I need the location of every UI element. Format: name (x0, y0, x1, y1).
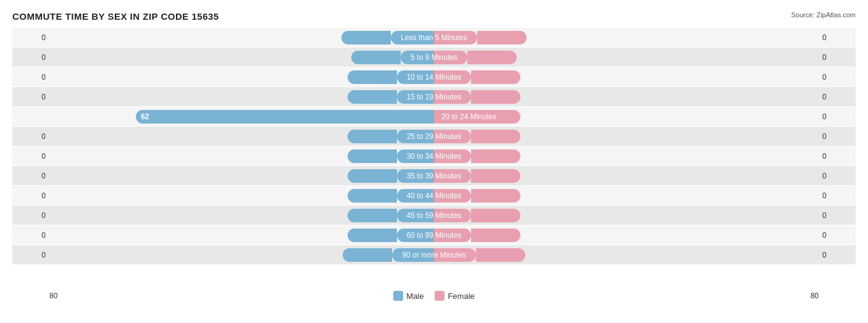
female-bar-35-to-39 (471, 169, 520, 183)
left-half-10-to-14 (49, 67, 397, 86)
female-bar-40-to-44 (471, 189, 520, 203)
right-half-90-or-more (476, 245, 819, 264)
right-half-5-to-9 (467, 48, 819, 67)
pill-10-to-14: 10 to 14 Minutes (397, 70, 472, 84)
left-half-40-to-44 (49, 186, 397, 205)
left-value-5-to-9: 0 (12, 53, 49, 62)
left-half-45-to-59 (49, 206, 397, 225)
pill-label-5-to-9: 5 to 9 Minutes (411, 53, 457, 62)
chart-area: 0 Less than 5 Minutes 0 0 (12, 28, 856, 287)
left-half-20-to-24: 62 (49, 107, 434, 126)
left-value-15-to-19: 0 (12, 93, 49, 101)
chart-row-35-to-39: 0 35 to 39 Minutes 0 (12, 166, 856, 185)
pill-label-45-to-59: 45 to 59 Minutes (407, 211, 462, 220)
right-value-60-to-89: 0 (819, 231, 856, 240)
left-half-25-to-29 (49, 127, 397, 146)
center-label-25-to-29: 25 to 29 Minutes (397, 130, 472, 143)
pill-label-10-to-14: 10 to 14 Minutes (407, 73, 462, 82)
left-half-5-to-9 (49, 48, 401, 67)
right-value-5-to-9: 0 (819, 53, 856, 62)
row-inner-20-to-24: 62 20 to 24 Minutes 0 (12, 107, 856, 126)
chart-row-5-to-9: 0 5 to 9 Minutes 0 (12, 48, 856, 67)
center-label-35-to-39: 35 to 39 Minutes (397, 169, 472, 183)
female-bar-30-to-34 (471, 149, 520, 163)
right-half-less-than-5 (477, 28, 819, 47)
female-bar-90-or-more (476, 248, 525, 262)
chart-row-25-to-29: 0 25 to 29 Minutes 0 (12, 127, 856, 146)
male-bar-25-to-29 (348, 130, 397, 143)
pill-label-less-than-5: Less than 5 Minutes (401, 33, 467, 42)
female-bar-45-to-59 (471, 209, 520, 222)
left-half-less-than-5 (49, 28, 391, 47)
row-inner-45-to-59: 0 45 to 59 Minutes 0 (12, 206, 856, 225)
female-bar-25-to-29 (471, 130, 520, 143)
row-inner-35-to-39: 0 35 to 39 Minutes 0 (12, 166, 856, 185)
center-label-90-or-more: 90 or more Minutes (392, 248, 475, 262)
center-label-5-to-9: 5 to 9 Minutes (401, 51, 467, 64)
axis-left-label: 80 (49, 292, 57, 300)
chart-row-10-to-14: 0 10 to 14 Minutes 0 (12, 67, 856, 86)
male-bar-less-than-5 (341, 31, 391, 44)
left-half-15-to-19 (49, 87, 397, 106)
male-bar-35-to-39 (348, 169, 397, 183)
right-half-20-to-24: 20 to 24 Minutes (434, 107, 819, 126)
pill-label-40-to-44: 40 to 44 Minutes (407, 191, 462, 200)
row-inner-less-than-5: 0 Less than 5 Minutes 0 (12, 28, 856, 47)
left-value-45-to-59: 0 (12, 211, 49, 220)
center-label-30-to-34: 30 to 34 Minutes (397, 149, 472, 163)
male-bar-90-or-more (343, 248, 392, 262)
female-bar-60-to-89 (471, 229, 520, 242)
male-bar-5-to-9 (351, 51, 401, 64)
right-half-10-to-14 (471, 67, 819, 86)
male-bar-15-to-19 (348, 90, 397, 104)
left-half-30-to-34 (49, 146, 397, 166)
right-value-45-to-59: 0 (819, 211, 856, 220)
row-inner-25-to-29: 0 25 to 29 Minutes 0 (12, 127, 856, 146)
pill-label-60-to-89: 60 to 89 Minutes (407, 231, 462, 240)
pill-label-15-to-19: 15 to 19 Minutes (407, 93, 462, 101)
right-value-less-than-5: 0 (819, 33, 856, 42)
chart-row-60-to-89: 0 60 to 89 Minutes 0 (12, 225, 856, 245)
source-text: Source: ZipAtlas.com (791, 11, 856, 19)
male-swatch-icon (393, 291, 403, 301)
chart-row-20-to-24: 62 20 to 24 Minutes 0 (12, 107, 856, 126)
chart-row-40-to-44: 0 40 to 44 Minutes 0 (12, 186, 856, 205)
left-value-25-to-29: 0 (12, 132, 49, 141)
male-bar-10-to-14 (348, 70, 397, 84)
left-value-30-to-34: 0 (12, 152, 49, 161)
right-value-20-to-24: 0 (819, 112, 856, 121)
pill-label-35-to-39: 35 to 39 Minutes (407, 172, 462, 180)
left-half-35-to-39 (49, 166, 397, 185)
row-inner-90-or-more: 0 90 or more Minutes 0 (12, 245, 856, 264)
row-inner-30-to-34: 0 30 to 34 Minutes 0 (12, 146, 856, 166)
center-label-45-to-59: 45 to 59 Minutes (397, 209, 472, 222)
female-bar-20-to-24: 20 to 24 Minutes (434, 110, 520, 124)
pill-15-to-19: 15 to 19 Minutes (397, 90, 472, 104)
pill-label-90-or-more: 90 or more Minutes (402, 251, 465, 259)
center-label-60-to-89: 60 to 89 Minutes (397, 229, 472, 242)
pill-25-to-29: 25 to 29 Minutes (397, 130, 472, 143)
pill-30-to-34: 30 to 34 Minutes (397, 149, 472, 163)
axis-right-label: 80 (811, 292, 819, 300)
male-bar-30-to-34 (348, 149, 397, 163)
row-inner-15-to-19: 0 15 to 19 Minutes 0 (12, 87, 856, 106)
left-value-10-to-14: 0 (12, 73, 49, 82)
legend-male: Male (393, 291, 424, 301)
female-bar-less-than-5 (477, 31, 527, 44)
title-row: COMMUTE TIME BY SEX IN ZIP CODE 15635 So… (12, 11, 856, 22)
chart-container: COMMUTE TIME BY SEX IN ZIP CODE 15635 So… (0, 0, 868, 323)
pill-60-to-89: 60 to 89 Minutes (397, 229, 472, 242)
row-label-20-to-24: 20 to 24 Minutes (441, 112, 496, 121)
female-bar-10-to-14 (471, 70, 520, 84)
right-half-25-to-29 (471, 127, 819, 146)
right-value-30-to-34: 0 (819, 152, 856, 161)
chart-row-45-to-59: 0 45 to 59 Minutes 0 (12, 206, 856, 225)
pill-label-30-to-34: 30 to 34 Minutes (407, 152, 462, 161)
legend-female: Female (435, 291, 474, 301)
female-legend-label: Female (448, 292, 474, 301)
right-value-40-to-44: 0 (819, 191, 856, 200)
right-half-35-to-39 (471, 166, 819, 185)
female-swatch-icon (435, 291, 444, 301)
center-label-10-to-14: 10 to 14 Minutes (397, 70, 472, 84)
male-bar-60-to-89 (348, 229, 397, 242)
